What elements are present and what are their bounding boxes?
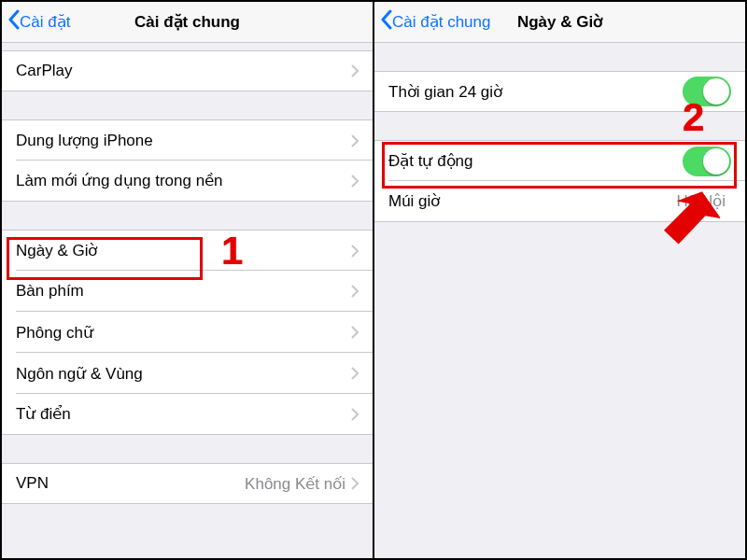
- chevron-left-icon: [7, 9, 20, 35]
- toggle-set-automatically[interactable]: [683, 147, 731, 176]
- row-set-automatically[interactable]: Đặt tự động: [374, 140, 745, 181]
- row-keyboard[interactable]: Bàn phím: [2, 271, 373, 312]
- chevron-right-icon: [351, 245, 359, 258]
- chevron-right-icon: [351, 64, 359, 77]
- row-label: VPN: [16, 474, 245, 493]
- row-label: Ngày & Giờ: [16, 241, 351, 260]
- row-label: CarPlay: [16, 62, 351, 80]
- row-label: Đặt tự động: [388, 151, 683, 171]
- toggle-24h-time[interactable]: [683, 77, 731, 106]
- chevron-left-icon: [380, 9, 392, 35]
- general-settings-screen: Cài đặt Cài đặt chung CarPlay Dung lượng…: [2, 2, 373, 558]
- back-label: Cài đặt: [20, 12, 70, 32]
- row-label: Múi giờ: [388, 191, 676, 211]
- row-24h-time[interactable]: Thời gian 24 giờ: [374, 71, 745, 112]
- back-button[interactable]: Cài đặt: [2, 9, 70, 35]
- chevron-right-icon: [351, 175, 359, 188]
- row-vpn[interactable]: VPN Không Kết nối: [2, 463, 373, 504]
- row-dictionary[interactable]: Từ điển: [2, 394, 373, 435]
- row-label: Từ điển: [16, 404, 351, 424]
- row-timezone[interactable]: Múi giờ Hà Nội: [374, 181, 745, 222]
- row-label: Phông chữ: [16, 323, 351, 343]
- navbar: Cài đặt Cài đặt chung: [2, 2, 373, 43]
- row-label: Ngôn ngữ & Vùng: [16, 364, 351, 384]
- row-background-refresh[interactable]: Làm mới ứng dụng trong nền: [2, 161, 373, 202]
- row-label: Làm mới ứng dụng trong nền: [16, 171, 351, 190]
- back-label: Cài đặt chung: [392, 12, 490, 32]
- row-value: Không Kết nối: [245, 474, 345, 494]
- row-label: Bàn phím: [16, 282, 351, 301]
- chevron-right-icon: [351, 134, 359, 147]
- row-fonts[interactable]: Phông chữ: [2, 312, 373, 353]
- back-button[interactable]: Cài đặt chung: [374, 9, 490, 35]
- chevron-right-icon: [351, 367, 359, 380]
- row-label: Dung lượng iPhone: [16, 131, 351, 150]
- chevron-right-icon: [351, 285, 359, 298]
- row-language-region[interactable]: Ngôn ngữ & Vùng: [2, 353, 373, 394]
- chevron-right-icon: [351, 477, 359, 490]
- row-carplay[interactable]: CarPlay: [2, 50, 373, 91]
- navbar: Cài đặt chung Ngày & Giờ: [374, 2, 745, 43]
- row-value: Hà Nội: [676, 191, 726, 211]
- chevron-right-icon: [351, 326, 359, 339]
- row-date-time[interactable]: Ngày & Giờ: [2, 230, 373, 271]
- date-time-settings-screen: Cài đặt chung Ngày & Giờ Thời gian 24 gi…: [373, 2, 745, 558]
- row-storage[interactable]: Dung lượng iPhone: [2, 119, 373, 161]
- chevron-right-icon: [351, 408, 359, 421]
- row-label: Thời gian 24 giờ: [388, 82, 683, 102]
